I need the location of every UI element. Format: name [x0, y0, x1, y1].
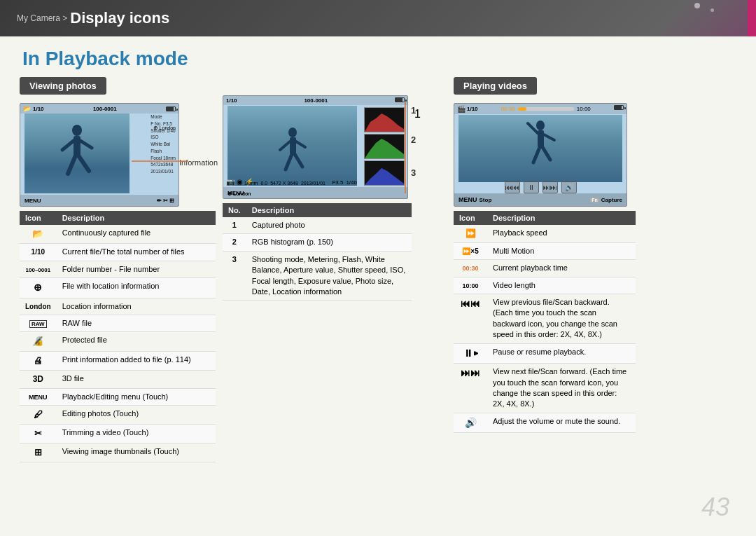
hist-file-count: 1/10	[226, 97, 237, 104]
icon-cell: 🔊	[454, 413, 487, 433]
svg-line-23	[544, 135, 554, 140]
hist-menu-bar: MENU	[223, 187, 407, 198]
svg-line-2	[62, 141, 74, 150]
volume-button[interactable]: 🔊	[561, 181, 577, 193]
preview-folder-icon: 📂	[23, 105, 31, 112]
desc-cell: Multi Motion	[487, 242, 636, 259]
london-icon: London	[25, 303, 51, 310]
capture-button[interactable]: Fn Capture	[590, 197, 622, 203]
hist-folder: 100-0001	[304, 97, 328, 104]
video-progress-bar	[518, 107, 574, 111]
desc-cell: Folder number - File number	[57, 261, 216, 277]
icon-cell: ⏮⏮	[454, 294, 487, 343]
svg-line-22	[528, 123, 538, 133]
desc-cell: Current playback time	[487, 260, 636, 277]
icon-cell: ⊞	[20, 444, 57, 462]
desc-cell: View next file/Scan forward. (Each time …	[487, 364, 636, 413]
svg-marker-14	[365, 139, 404, 158]
preview-file-count: 1/10	[33, 106, 44, 112]
video-time-bar: 00:30 10:00	[501, 105, 591, 113]
viewing-photos-preview: 📂 1/10 100-0001	[20, 103, 179, 207]
table-row: ⏭⏭ View next file/Scan forward. (Each ti…	[454, 364, 636, 413]
video-image-area	[458, 115, 622, 182]
header-decoration	[616, 0, 756, 36]
dancer-silhouette	[52, 123, 102, 193]
video-current-time: 00:30	[501, 106, 515, 112]
edit-icon: 🖊	[34, 409, 43, 420]
annotation-lines: 1 2 3	[404, 102, 418, 193]
file-count-icon: 1/10	[31, 248, 45, 256]
video-preview: 🎬 1/10 00:30 10:00	[454, 103, 627, 207]
table-row: 🖨Print information added to file (p. 114…	[20, 351, 216, 370]
main-content: Viewing photos 📂 1/10 100-0001	[0, 77, 756, 462]
location-label: ⊕ London	[153, 125, 176, 131]
3d-icon: 3D	[33, 374, 43, 384]
histogram-table: No. Description 1 Captured photo 2 RGB h…	[223, 203, 412, 301]
header-star2	[710, 8, 714, 12]
rewind-button[interactable]: ⏮⏮	[505, 181, 520, 193]
icon-cell: London	[20, 298, 57, 315]
hist-menu-label: MENU	[227, 190, 244, 196]
header-spacer	[223, 77, 447, 95]
table-row: 100–0001Folder number - File number	[20, 261, 216, 277]
no-cell: 2	[223, 234, 246, 251]
menu-label: MENU	[24, 198, 41, 204]
preview-image-area	[24, 114, 130, 193]
menu-icon: MENU	[29, 394, 48, 401]
desc-cell: File with location information	[57, 277, 216, 298]
hist-b-box	[364, 160, 405, 186]
col-icon-header-v: Icon	[454, 211, 487, 225]
icon-cell: 🖨	[20, 351, 57, 370]
table-row: 🖊Editing photos (Touch)	[20, 405, 216, 424]
pause-button[interactable]: ⏸	[524, 181, 539, 193]
video-bottom-bar: MENU Stop Fn Capture	[454, 193, 626, 206]
col-desc-header-v: Description	[487, 211, 636, 225]
histogram-section: 1/10 100-0001	[223, 77, 447, 462]
svg-line-24	[533, 147, 540, 163]
playing-videos-header: Playing videos	[454, 77, 537, 95]
stop-button[interactable]: MENU Stop	[458, 196, 491, 203]
viewing-photos-section: Viewing photos 📂 1/10 100-0001	[20, 77, 216, 462]
col-icon-header: Icon	[20, 211, 57, 225]
viewing-photos-table: Icon Description 📂Continuously captured …	[20, 211, 216, 462]
video-icon: 🎬	[457, 105, 465, 113]
hist-icon2: ◉	[237, 178, 243, 186]
playing-videos-section: Playing videos 🎬 1/10 00:30 10:00	[454, 77, 657, 462]
desc-cell: Trimming a video (Touch)	[57, 425, 216, 444]
video-controls-row: ⏮⏮ ⏸ ⏭⏭ 🔊	[454, 181, 626, 193]
video-length-icon: 10:00	[462, 282, 478, 289]
icon-cell: ⏭⏭	[454, 364, 487, 413]
folder-icon: 📂	[32, 228, 43, 239]
trim-icon: ✂	[34, 428, 42, 439]
desc-cell: Continuously captured file	[57, 225, 216, 244]
page-number: 43	[701, 493, 729, 522]
svg-text:2: 2	[411, 135, 416, 145]
hist-exposure: 0.0	[260, 181, 267, 186]
preview-file-info: 📂 1/10	[23, 105, 44, 112]
scan-fwd-icon: ⏭⏭	[461, 367, 480, 378]
svg-line-25	[542, 147, 550, 160]
preview-battery	[166, 106, 176, 111]
preview-folder-num: 100-0001	[93, 106, 117, 112]
hist-r-chart	[365, 108, 404, 132]
table-row: ⏸▶ Pause or resume playback.	[454, 343, 636, 364]
table-row: 10:00 Video length	[454, 277, 636, 294]
svg-line-5	[78, 156, 89, 171]
fast-forward-button[interactable]: ⏭⏭	[542, 181, 558, 193]
hist-icon1: 📷	[226, 178, 234, 186]
icon-cell: 🖊	[20, 405, 57, 424]
desc-cell: 3D file	[57, 370, 216, 388]
no-cell: 3	[223, 251, 246, 301]
icon-cell: ⊕	[20, 277, 57, 298]
col-no-header: No.	[223, 203, 246, 217]
raw-icon: RAW	[29, 320, 47, 328]
table-row: 📂Continuously captured file	[20, 225, 216, 244]
video-total-time: 10:00	[577, 106, 591, 112]
hist-aperture: F3.5	[332, 179, 343, 186]
hist-r-box	[364, 107, 405, 132]
desc-cell: Editing photos (Touch)	[57, 405, 216, 424]
desc-cell: Pause or resume playback.	[487, 343, 636, 364]
histogram-table-body: 1 Captured photo 2 RGB histogram (p. 150…	[223, 217, 412, 301]
hist-top-bar: 1/10 100-0001	[223, 96, 407, 105]
svg-point-20	[536, 121, 545, 130]
